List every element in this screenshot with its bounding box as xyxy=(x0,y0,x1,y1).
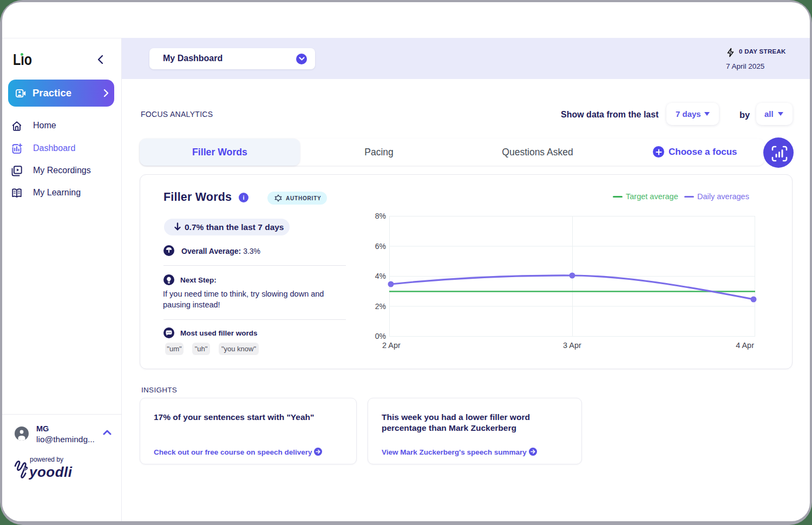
svg-text:6%: 6% xyxy=(375,242,386,251)
svg-text:4%: 4% xyxy=(375,272,386,280)
svg-text:8%: 8% xyxy=(375,212,386,220)
svg-text:3 Apr: 3 Apr xyxy=(563,341,581,350)
svg-text:2 Apr: 2 Apr xyxy=(382,341,401,350)
svg-text:0%: 0% xyxy=(375,332,386,340)
svg-text:2%: 2% xyxy=(375,302,386,311)
svg-text:4 Apr: 4 Apr xyxy=(736,341,754,350)
